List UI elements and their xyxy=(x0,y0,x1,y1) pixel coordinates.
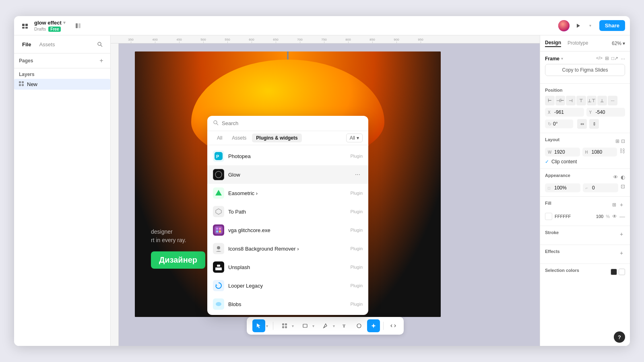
code-tool[interactable] xyxy=(387,319,400,332)
shape-tool[interactable] xyxy=(299,319,312,332)
code-view-icon[interactable]: </> xyxy=(596,56,603,62)
effects-label: Effects xyxy=(545,249,560,254)
zoom-selector[interactable]: 62% ▾ xyxy=(612,41,625,46)
swatch-light[interactable] xyxy=(619,269,625,275)
svg-marker-37 xyxy=(216,284,217,286)
align-center-h-button[interactable]: ⊣⊢ xyxy=(555,96,565,105)
select-tool-group[interactable]: ▾ xyxy=(251,319,270,332)
wh-row: W 1920 H 1080 ⛓ xyxy=(545,148,625,156)
opacity-icon[interactable]: ◐ xyxy=(621,174,625,180)
flip-h-button[interactable]: ⇔ xyxy=(577,119,587,129)
canvas-area[interactable]: 350 400 450 500 550 600 650 700 750 800 … xyxy=(111,35,540,346)
plugin-icon-glow xyxy=(213,169,224,180)
add-fill-button[interactable]: + xyxy=(618,201,625,208)
plugin-type-easometric: Plugin xyxy=(350,191,363,195)
align-more-button[interactable]: ··· xyxy=(608,96,617,105)
tab-design[interactable]: Design xyxy=(545,40,561,47)
layout-grid-icon[interactable]: ⊞ xyxy=(615,138,619,144)
plugin-item-glow[interactable]: Glow ··· xyxy=(207,165,368,184)
top-bar-right: ▾ Share xyxy=(537,20,625,31)
appearance-label: Appearance xyxy=(545,173,570,178)
flip-v-button[interactable]: ⇕ xyxy=(589,119,599,129)
add-effect-button[interactable]: + xyxy=(618,249,625,257)
pen-tool[interactable] xyxy=(319,319,332,332)
layout-toggle-button[interactable] xyxy=(72,20,84,32)
fill-remove-icon[interactable]: — xyxy=(619,213,625,220)
present-button-group: ▾ xyxy=(573,20,596,31)
pen-tool-group[interactable]: ▾ xyxy=(318,319,336,332)
align-top-button[interactable]: ⊤ xyxy=(576,96,586,105)
project-name[interactable]: glow effect ▾ xyxy=(34,20,66,26)
popup-search-input[interactable] xyxy=(222,120,363,126)
plugin-item-looper[interactable]: Looper Legacy Plugin xyxy=(207,276,368,295)
fill-color-swatch[interactable] xyxy=(545,213,552,220)
opacity-value: 100% xyxy=(554,185,567,191)
frame-tool[interactable] xyxy=(278,319,291,332)
height-input[interactable]: H 1080 xyxy=(582,148,617,156)
y-input[interactable]: Y -540 xyxy=(586,108,625,117)
layout-expand-icon[interactable]: ⊡ xyxy=(621,138,625,144)
plugin-item-photopea[interactable]: P Photopea Plugin xyxy=(207,147,368,165)
fill-visibility-icon[interactable]: 👁 xyxy=(612,214,617,219)
copy-to-figma-button[interactable]: Copy to Figma Slides xyxy=(545,64,625,76)
layer-new-label: New xyxy=(27,81,37,87)
preview-icon[interactable]: □↗ xyxy=(611,56,618,62)
align-center-v-button[interactable]: ⊥⊤ xyxy=(587,96,597,105)
rotation-value: 0° xyxy=(553,121,557,127)
plugin-item-topath[interactable]: To Path Plugin xyxy=(207,202,368,221)
svg-line-8 xyxy=(101,45,102,47)
clip-checkbox-icon[interactable]: ✓ xyxy=(545,159,549,165)
text-tool[interactable]: T xyxy=(338,319,351,332)
plugin-item-icons8[interactable]: Icons8 Background Remover › Plugin xyxy=(207,239,368,258)
frame-more-icon[interactable]: ··· xyxy=(621,56,625,62)
popup-tab-assets[interactable]: Assets xyxy=(228,134,250,142)
play-button[interactable] xyxy=(573,20,584,31)
swatch-dark[interactable] xyxy=(611,269,617,275)
tab-file[interactable]: File xyxy=(19,40,34,49)
constraint-icon[interactable]: ⛓ xyxy=(619,148,625,156)
ellipse-tool[interactable] xyxy=(353,319,365,332)
plugin-item-easometric[interactable]: Easometric › Plugin xyxy=(207,184,368,202)
avatar[interactable] xyxy=(558,20,570,31)
share-button[interactable]: Share xyxy=(599,20,625,31)
ai-tool[interactable] xyxy=(367,319,380,332)
align-right-button[interactable]: ⊣ xyxy=(566,96,576,105)
layer-item-new[interactable]: New xyxy=(14,79,110,90)
add-page-button[interactable]: + xyxy=(97,57,105,65)
top-bar: glow effect ▾ Drafts Free xyxy=(14,16,630,35)
fill-type-icon[interactable]: ⊞ xyxy=(612,202,616,208)
popup-filter[interactable]: All ▾ xyxy=(346,134,363,142)
play-dropdown[interactable]: ▾ xyxy=(585,20,596,31)
align-left-button[interactable]: ⊢ xyxy=(545,96,555,105)
popup-tab-plugins[interactable]: Plugins & widgets xyxy=(252,134,301,142)
main-menu-button[interactable] xyxy=(19,20,31,32)
plugin-item-blobs[interactable]: Blobs Plugin xyxy=(207,295,368,313)
plugin-item-unsplash[interactable]: Unsplash Plugin xyxy=(207,258,368,276)
plugin-more-glow[interactable]: ··· xyxy=(353,170,363,179)
popup-tab-all[interactable]: All xyxy=(213,134,226,142)
plugin-type-blobs: Plugin xyxy=(350,302,363,306)
help-button[interactable]: ? xyxy=(614,331,625,343)
frame-tool-group[interactable]: ▾ xyxy=(277,319,295,332)
frame-label: Frame xyxy=(545,56,559,62)
svg-rect-11 xyxy=(19,84,21,86)
shape-tool-group[interactable]: ▾ xyxy=(297,319,316,332)
tab-prototype[interactable]: Prototype xyxy=(568,40,588,47)
opacity-input[interactable]: □ 100% xyxy=(545,183,580,192)
help-section: ? xyxy=(540,328,630,346)
tab-assets[interactable]: Assets xyxy=(36,40,58,49)
add-stroke-button[interactable]: + xyxy=(618,230,625,238)
full-corner-icon[interactable]: ⊡ xyxy=(621,183,625,192)
grid-icon[interactable]: ⊞ xyxy=(605,56,609,62)
visibility-icon[interactable]: 👁 xyxy=(613,174,618,180)
x-input[interactable]: X -961 xyxy=(545,108,584,117)
width-input[interactable]: W 1920 xyxy=(545,148,580,156)
align-bottom-button[interactable]: ⊥ xyxy=(597,96,607,105)
search-button[interactable] xyxy=(94,39,105,50)
svg-text:T: T xyxy=(343,323,346,328)
rotation-input[interactable]: ↻ 0° xyxy=(545,119,573,128)
plugin-item-vga[interactable]: vga glitchcore.exe Plugin xyxy=(207,221,368,239)
corner-input[interactable]: ⌐ 0 xyxy=(583,183,618,192)
selection-color-swatches xyxy=(611,269,625,275)
select-tool[interactable] xyxy=(252,319,265,332)
